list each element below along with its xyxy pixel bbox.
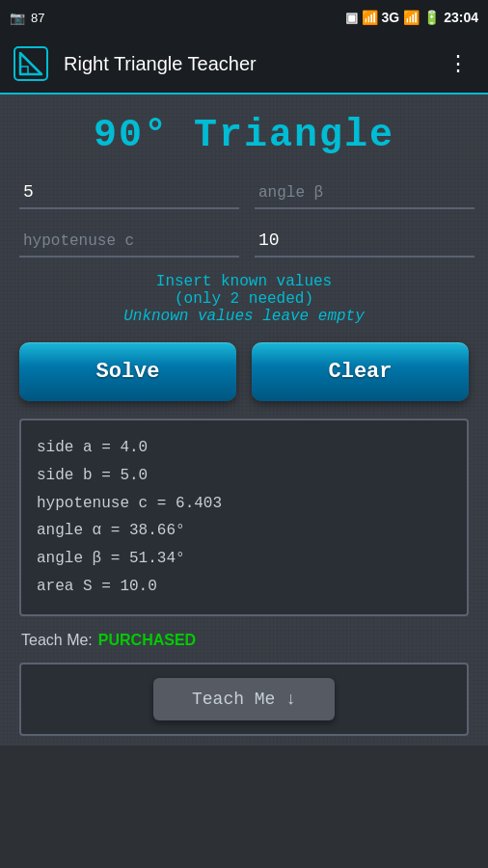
clock: 23:04 (444, 10, 478, 25)
battery-icon: 🔋 (423, 10, 440, 25)
instruction-line2: (only 2 needed) (19, 290, 469, 308)
status-bar: 📷 87 ▣ 📶 3G 📶 🔋 23:04 (0, 0, 488, 35)
overflow-menu-button[interactable]: ⋮ (440, 43, 476, 85)
wifi-icon: 📶 (362, 10, 378, 25)
angle-beta-input[interactable] (255, 176, 474, 209)
side-a-input[interactable] (19, 176, 239, 209)
input-row-1 (19, 176, 469, 209)
triangle-heading: 90° Triangle (19, 114, 469, 157)
solve-button[interactable]: Solve (19, 342, 236, 401)
status-left: 📷 87 (10, 11, 44, 25)
teach-me-row: Teach Me: PURCHASED (19, 632, 469, 649)
notification-count: 87 (31, 11, 44, 25)
instruction-line1: Insert known values (19, 273, 469, 290)
app-icon (12, 44, 50, 83)
input-row-2 (19, 225, 469, 258)
title-bar: Right Triangle Teacher ⋮ (0, 35, 488, 95)
teach-me-button-container: Teach Me ↓ (19, 663, 469, 736)
status-right: ▣ 📶 3G 📶 🔋 23:04 (345, 10, 479, 25)
button-row: Solve Clear (19, 342, 469, 401)
main-content: 90° Triangle Insert known values (only 2… (0, 95, 488, 746)
value-2-input[interactable] (255, 225, 474, 258)
result-side-a: side a = 4.0 (37, 434, 451, 462)
result-angle-beta: angle β = 51.34° (37, 545, 451, 573)
result-angle-alpha: angle α = 38.66° (37, 517, 451, 545)
camera-icon: 📷 (10, 11, 25, 25)
results-box: side a = 4.0 side b = 5.0 hypotenuse c =… (19, 419, 469, 616)
result-area: area S = 10.0 (37, 573, 451, 601)
instruction-text: Insert known values (only 2 needed) Unkn… (19, 273, 469, 325)
signal-icon: ▣ (345, 10, 358, 25)
result-hypotenuse: hypotenuse c = 6.403 (37, 490, 451, 518)
hypotenuse-input[interactable] (19, 225, 239, 258)
clear-button[interactable]: Clear (252, 342, 469, 401)
app-title: Right Triangle Teacher (64, 53, 440, 75)
result-side-b: side b = 5.0 (37, 462, 451, 490)
teach-me-button[interactable]: Teach Me ↓ (153, 678, 335, 720)
teach-me-label: Teach Me: (21, 632, 93, 649)
teach-me-status: PURCHASED (98, 632, 196, 649)
signal-bars-icon: 📶 (403, 10, 420, 25)
network-type: 3G (382, 10, 400, 25)
instruction-line3: Unknown values leave empty (19, 308, 469, 325)
